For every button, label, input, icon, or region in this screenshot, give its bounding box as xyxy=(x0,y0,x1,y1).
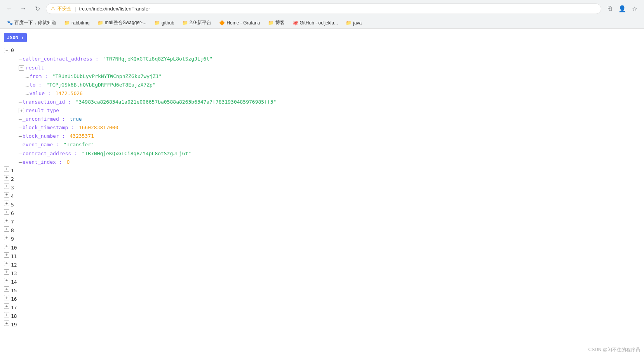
expand-13-button[interactable]: + xyxy=(4,269,9,275)
row-event-index: — event_index : 0 xyxy=(4,158,640,166)
bookmark-grafana-label: Home - Grafana xyxy=(226,20,260,26)
profile-button[interactable]: 👤 xyxy=(617,3,628,14)
browser-toolbar: ← → ↻ ⚠ 不安全 | trc.cn/index/index/listenT… xyxy=(0,0,644,17)
index-7-label: 7 xyxy=(11,218,14,226)
index-2-label: 2 xyxy=(11,175,14,184)
bookmark-mall[interactable]: 📁 mall整合Swagger-... xyxy=(94,18,150,27)
bookmarks-bar: 🐾 百度一下，你就知道 📁 rabbitmq 📁 mall整合Swagger-.… xyxy=(0,17,644,29)
cast-button[interactable]: ⎗ xyxy=(604,3,615,14)
expand-1-button[interactable]: + xyxy=(4,166,9,172)
row-from: … from : "TRUnUiDUbLyvPrkNYTWCnpnZZGkx7w… xyxy=(4,72,640,81)
val-event-name: "Transfer" xyxy=(61,140,94,149)
reload-button[interactable]: ↻ xyxy=(32,3,43,14)
java-folder-icon: 📁 xyxy=(346,20,352,26)
expand-15-button[interactable]: + xyxy=(4,286,9,292)
expand-3-button[interactable]: + xyxy=(4,184,9,189)
key-to: to : xyxy=(30,81,42,89)
tree-row-13: + 13 xyxy=(4,269,640,278)
key-contract-address: contract_address : xyxy=(23,149,77,158)
bookmark-github-label: github xyxy=(162,20,174,26)
tree-row-8: + 8 xyxy=(4,226,640,235)
json-tree: − 0 — caller_contract_address : "TR7NHqj… xyxy=(4,46,640,329)
newplatform-folder-icon: 📁 xyxy=(182,20,188,26)
expand-18-button[interactable]: + xyxy=(4,312,9,317)
row-block-number: — block_number : 43235371 xyxy=(4,132,640,140)
bookmark-blog-label: 博客 xyxy=(275,19,285,26)
tree-row-5: + 5 xyxy=(4,201,640,209)
val-value: 1472.5026 xyxy=(52,89,83,98)
security-label: 不安全 xyxy=(57,5,71,12)
index-3-label: 3 xyxy=(11,184,14,192)
index-10-label: 10 xyxy=(11,244,17,252)
index-4-label: 4 xyxy=(11,192,14,201)
key-from: from : xyxy=(30,72,48,81)
index-13-label: 13 xyxy=(11,269,17,278)
tree-row-10: + 10 xyxy=(4,244,640,252)
row-contract-address: — contract_address : "TR7NHqjeKQxGTCi8q8… xyxy=(4,149,640,158)
bookmark-rabbitmq[interactable]: 📁 rabbitmq xyxy=(61,19,93,27)
bookmark-rabbitmq-label: rabbitmq xyxy=(71,20,90,26)
dash-to: … xyxy=(26,81,29,89)
val-to: "TCPjGSk6BthQVbEgDRFFPd6eT8EujzX7Zp" xyxy=(43,81,156,89)
bookmark-java[interactable]: 📁 java xyxy=(343,19,365,27)
bookmark-github-oeljekla-label: GitHub - oeljekla... xyxy=(300,20,338,26)
mall-folder-icon: 📁 xyxy=(97,20,103,26)
bookmark-github-oeljekla[interactable]: 🐙 GitHub - oeljekla... xyxy=(289,19,341,27)
index-19-label: 19 xyxy=(11,321,17,329)
expand-10-button[interactable]: + xyxy=(4,244,9,249)
dash-block-timestamp: — xyxy=(19,123,22,132)
rabbitmq-folder-icon: 📁 xyxy=(64,20,70,26)
json-badge[interactable]: JSON : xyxy=(4,33,27,42)
expand-17-button[interactable]: + xyxy=(4,303,9,309)
bookmark-newplatform[interactable]: 📁 2.0-新平台 xyxy=(179,18,215,27)
key-unconfirmed: _unconfirmed : xyxy=(23,115,65,123)
star-button[interactable]: ☆ xyxy=(629,3,640,14)
expand-6-button[interactable]: + xyxy=(4,209,9,215)
bookmark-blog[interactable]: 📁 博客 xyxy=(265,18,288,27)
expand-2-button[interactable]: + xyxy=(4,175,9,180)
dash-value: … xyxy=(26,89,29,98)
index-12-label: 12 xyxy=(11,261,17,269)
index-14-label: 14 xyxy=(11,278,17,286)
val-unconfirmed: true xyxy=(66,115,82,123)
github-folder-icon: 📁 xyxy=(154,20,160,26)
page-content: JSON : − 0 — caller_contract_address : "… xyxy=(0,29,644,351)
expand-4-button[interactable]: + xyxy=(4,192,9,198)
expand-result-button[interactable]: − xyxy=(19,65,24,71)
collapsed-rows: + 1 + 2 + 3 + 4 + 5 + 6 + 7 + 8 + 9 + 10… xyxy=(4,166,640,329)
expand-7-button[interactable]: + xyxy=(4,218,9,223)
address-bar[interactable]: ⚠ 不安全 | trc.cn/index/index/listenTransfe… xyxy=(46,3,601,14)
expand-14-button[interactable]: + xyxy=(4,278,9,283)
expand-5-button[interactable]: + xyxy=(4,201,9,206)
bookmark-baidu[interactable]: 🐾 百度一下，你就知道 xyxy=(4,18,59,27)
expand-result-type-button[interactable]: + xyxy=(19,108,24,113)
index-16-label: 16 xyxy=(11,295,17,303)
expand-19-button[interactable]: + xyxy=(4,321,9,326)
bookmark-grafana[interactable]: 🔶 Home - Grafana xyxy=(216,19,263,27)
bookmark-github[interactable]: 📁 github xyxy=(151,19,178,27)
index-11-label: 11 xyxy=(11,252,17,261)
expand-11-button[interactable]: + xyxy=(4,252,9,258)
browser-right-icons: ⎗ 👤 ☆ xyxy=(604,3,640,14)
tree-row-11: + 11 xyxy=(4,252,640,261)
expand-9-button[interactable]: + xyxy=(4,235,9,240)
key-block-number: block_number : xyxy=(23,132,65,140)
row-event-name: — event_name : "Transfer" xyxy=(4,140,640,149)
expand-8-button[interactable]: + xyxy=(4,226,9,232)
dash-txid: — xyxy=(19,98,22,106)
forward-button[interactable]: → xyxy=(18,3,29,14)
key-result-type: result_type xyxy=(26,106,59,115)
row-caller-contract-address: — caller_contract_address : "TR7NHqjeKQx… xyxy=(4,55,640,63)
index-1-label: 1 xyxy=(11,166,14,175)
dash-contract-address: — xyxy=(19,149,22,158)
dash-event-index: — xyxy=(19,158,22,166)
val-transaction-id: "34983ca826834a1a021e006657ba0588a8263b6… xyxy=(73,98,276,106)
tree-row-2: + 2 xyxy=(4,175,640,184)
separator: | xyxy=(75,6,76,12)
expand-0-button[interactable]: − xyxy=(4,48,9,53)
back-button[interactable]: ← xyxy=(4,3,15,14)
bookmark-baidu-label: 百度一下，你就知道 xyxy=(14,19,56,26)
index-6-label: 6 xyxy=(11,209,14,218)
expand-16-button[interactable]: + xyxy=(4,295,9,300)
expand-12-button[interactable]: + xyxy=(4,261,9,266)
